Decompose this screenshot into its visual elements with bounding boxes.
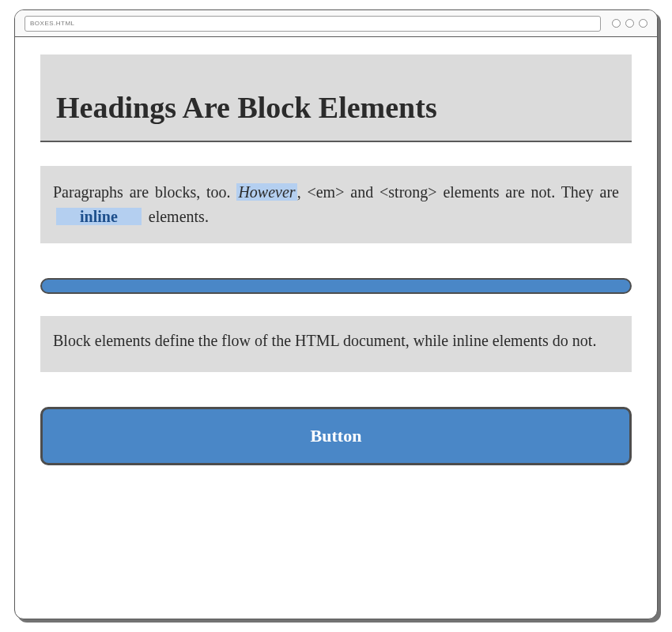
para1-text-2: , <em> and <strong> elements are not. Th… xyxy=(297,183,619,201)
paragraph-block-1: Paragraphs are blocks, too. However, <em… xyxy=(40,166,632,243)
browser-window: BOXES.HTML Headings Are Block Elements P… xyxy=(14,9,658,619)
page-viewport: Headings Are Block Elements Paragraphs a… xyxy=(15,37,657,489)
strong-inline: inline xyxy=(56,208,142,225)
address-text: BOXES.HTML xyxy=(30,20,75,27)
window-control-close[interactable] xyxy=(639,19,647,28)
browser-chrome: BOXES.HTML xyxy=(15,10,657,37)
heading-block: Headings Are Block Elements xyxy=(40,55,632,142)
window-control-min[interactable] xyxy=(612,19,621,28)
primary-button[interactable]: Button xyxy=(40,407,632,465)
window-control-max[interactable] xyxy=(625,19,634,28)
paragraph-block-2: Block elements define the flow of the HT… xyxy=(40,316,632,372)
address-bar[interactable]: BOXES.HTML xyxy=(25,16,601,32)
em-inline: However xyxy=(236,183,296,201)
para1-text-3: elements. xyxy=(145,208,209,225)
para1-text-1: Paragraphs are blocks, too. xyxy=(53,183,236,201)
window-controls xyxy=(612,19,647,28)
page-heading: Headings Are Block Elements xyxy=(56,90,616,125)
divider-bar xyxy=(40,278,632,294)
button-label: Button xyxy=(311,426,362,446)
para2-text: Block elements define the flow of the HT… xyxy=(53,332,596,349)
